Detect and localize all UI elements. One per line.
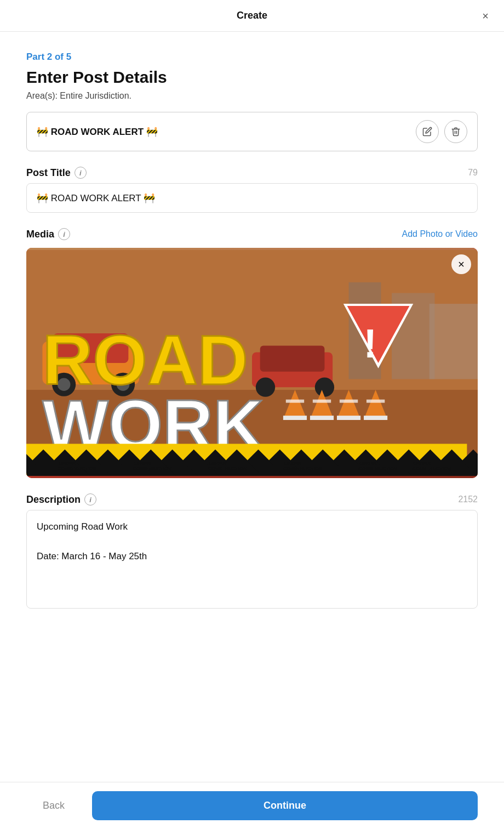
description-char-count: 2152	[458, 495, 478, 504]
post-title-header: Post Title i 79	[26, 167, 478, 179]
media-label-row: Media i	[26, 228, 70, 240]
template-actions	[416, 120, 467, 143]
svg-text:UNDER: UNDER	[284, 461, 302, 466]
back-button[interactable]: Back	[26, 792, 81, 819]
svg-text:CONSTRUCTION: CONSTRUCTION	[412, 466, 451, 472]
edit-template-button[interactable]	[416, 120, 439, 143]
post-title-label-row: Post Title i	[26, 167, 87, 179]
media-info-icon[interactable]: i	[58, 228, 70, 240]
template-text: 🚧 ROAD WORK ALERT 🚧	[37, 126, 158, 138]
svg-rect-16	[283, 416, 307, 420]
area-label: Area(s): Entire Jurisdiction.	[26, 91, 478, 101]
svg-text:UNDER: UNDER	[359, 461, 377, 466]
close-button[interactable]: ×	[482, 10, 489, 21]
description-header: Description i 2152	[26, 493, 478, 506]
delete-template-button[interactable]	[444, 120, 467, 143]
header-title: Create	[237, 10, 267, 21]
svg-rect-4	[429, 304, 478, 379]
svg-rect-19	[310, 416, 334, 420]
svg-rect-25	[364, 416, 387, 420]
description-label-row: Description i	[26, 493, 96, 506]
svg-text:UNDER: UNDER	[134, 461, 151, 466]
media-image: ROAD ! WORK	[26, 248, 478, 478]
svg-rect-12	[260, 346, 325, 372]
svg-text:CONSTRUCTION: CONSTRUCTION	[358, 466, 397, 472]
svg-rect-22	[337, 416, 360, 420]
svg-text:CONSTRUCTION: CONSTRUCTION	[283, 466, 322, 472]
footer: Back Continue	[0, 782, 504, 829]
svg-text:CONSTRUCTION: CONSTRUCTION	[58, 466, 96, 472]
part-label: Part 2 of 5	[26, 52, 478, 63]
continue-button[interactable]: Continue	[92, 791, 478, 820]
post-title-label: Post Title	[26, 167, 71, 179]
media-label: Media	[26, 229, 54, 240]
svg-text:UNDER: UNDER	[59, 461, 76, 466]
svg-rect-17	[286, 400, 304, 403]
description-label: Description	[26, 494, 81, 506]
media-image-container: ROAD ! WORK	[26, 248, 478, 478]
svg-text:UNDER: UNDER	[413, 461, 431, 466]
post-title-char-count: 79	[468, 168, 478, 178]
svg-point-14	[315, 377, 334, 396]
svg-rect-26	[366, 400, 385, 403]
post-title-info-icon[interactable]: i	[75, 167, 87, 179]
add-media-button[interactable]: Add Photo or Video	[402, 229, 478, 239]
description-info-icon[interactable]: i	[84, 493, 96, 506]
section-title: Enter Post Details	[26, 68, 478, 87]
template-row: 🚧 ROAD WORK ALERT 🚧	[26, 112, 478, 151]
description-input[interactable]: Upcoming Road Work Date: March 16 - May …	[26, 510, 478, 609]
svg-rect-20	[313, 400, 331, 403]
svg-text:CONSTRUCTION: CONSTRUCTION	[208, 466, 247, 472]
remove-media-button[interactable]	[451, 254, 471, 274]
header: Create ×	[0, 0, 504, 32]
main-content: Part 2 of 5 Enter Post Details Area(s): …	[0, 32, 504, 692]
svg-text:CONSTRUCTION: CONSTRUCTION	[133, 466, 171, 472]
post-title-input[interactable]	[26, 183, 478, 213]
svg-text:!: !	[364, 321, 377, 366]
road-work-svg: ROAD ! WORK	[26, 248, 478, 478]
svg-text:UNDER: UNDER	[209, 461, 227, 466]
media-header: Media i Add Photo or Video	[26, 228, 478, 240]
svg-rect-23	[340, 400, 358, 403]
